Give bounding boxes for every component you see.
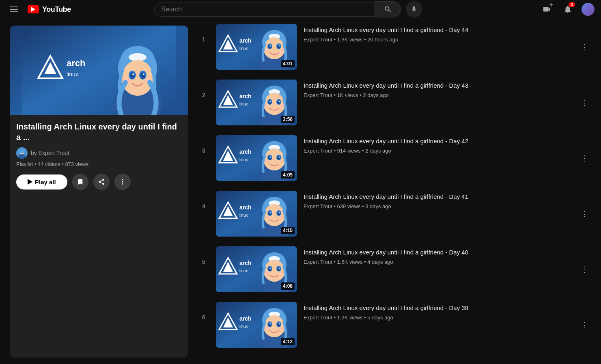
video-details: Installing Arch Linux every day until I … [304,191,591,209]
video-more-options-button[interactable]: ⋮ [577,151,591,165]
search-bar [154,1,422,17]
youtube-logo-text: YouTube [42,5,71,14]
playlist-thumbnail: arch linux [10,26,188,115]
svg-text:arch: arch [67,58,85,68]
svg-point-44 [268,45,271,49]
youtube-logo[interactable]: YouTube [28,5,71,14]
video-number: 1 [198,24,209,43]
video-title: Installing Arch Linux every day until I … [304,192,591,201]
playlist-info: Installing Arch Linux every day until I … [10,115,188,190]
svg-point-127 [279,268,280,269]
svg-point-121 [264,260,284,282]
video-meta: Expert Trout • 1.3K views • 20 hours ago [304,37,591,43]
svg-point-46 [270,45,271,47]
svg-point-49 [280,49,284,52]
svg-point-65 [277,100,280,104]
svg-point-124 [268,267,271,271]
video-more-options-button[interactable]: ⋮ [577,40,591,54]
video-list-item[interactable]: 5 arch linux [198,241,591,297]
svg-point-69 [280,105,284,107]
hamburger-menu-button[interactable] [6,2,21,17]
save-button[interactable] [72,174,88,190]
video-list-item[interactable]: 2 arch linux [198,75,591,130]
video-list-item[interactable]: 4 arch linux [198,186,591,241]
video-thumbnail: arch linux 4:01 [216,24,297,70]
video-more-options-button[interactable]: ⋮ [577,96,591,110]
video-details: Installing Arch Linux every day until I … [304,246,591,265]
video-details: Installing Arch Linux every day until I … [304,302,591,321]
svg-text:linux: linux [67,71,78,78]
svg-text:arch: arch [239,260,252,266]
share-button[interactable] [93,174,110,190]
svg-text:linux: linux [239,269,248,273]
svg-point-19 [132,73,134,75]
video-list-item[interactable]: 6 arch linux [198,297,591,353]
author-avatar[interactable] [16,147,28,159]
video-number: 3 [198,135,209,154]
video-more-options-button[interactable]: ⋮ [577,318,591,332]
video-number: 5 [198,246,209,265]
video-more-options-button[interactable]: ⋮ [577,207,591,221]
svg-point-68 [265,105,269,107]
svg-rect-2 [10,11,18,12]
playlist-panel: arch linux [10,26,188,358]
svg-point-27 [122,179,123,180]
video-number: 6 [198,302,209,321]
svg-text:arch: arch [239,37,252,44]
video-meta: Expert Trout • 1.6K views • 4 days ago [304,259,591,265]
video-details: Installing Arch Linux every day until I … [304,135,591,154]
svg-point-45 [277,45,280,49]
svg-point-145 [277,323,280,327]
svg-point-109 [280,216,284,218]
video-duration: 4:01 [281,60,295,67]
svg-point-105 [277,211,280,215]
notifications-button[interactable]: 3 [560,2,575,17]
play-all-label: Play all [35,179,56,185]
search-input[interactable] [155,2,375,16]
play-all-button[interactable]: Play all [16,174,67,190]
svg-point-67 [279,101,280,102]
svg-point-106 [270,212,271,213]
create-button[interactable] [539,2,554,17]
svg-point-28 [122,181,123,183]
header-right: 3 [539,2,595,17]
video-details: Installing Arch Linux every day until I … [304,80,591,98]
svg-point-101 [264,204,284,226]
video-thumbnail: arch linux 4:08 [216,246,297,292]
search-input-wrap [154,2,375,17]
svg-rect-0 [10,6,18,7]
video-duration: 4:12 [281,338,295,345]
svg-text:linux: linux [239,157,248,162]
video-thumbnail: arch linux 4:15 [216,191,297,237]
playlist-meta: Playlist • 44 videos • 873 views [16,161,182,167]
author-name: by Expert Trout [31,150,69,156]
svg-point-66 [270,101,271,102]
video-thumbnail: arch linux 4:12 [216,302,297,348]
svg-point-81 [264,149,284,170]
video-title: Installing Arch Linux every day until I … [304,137,591,145]
svg-point-108 [265,216,269,218]
svg-point-148 [265,327,269,330]
voice-search-button[interactable] [406,1,422,17]
video-list: 1 arch linux [188,19,601,364]
svg-point-17 [130,72,135,79]
more-options-button[interactable] [114,174,131,190]
user-avatar[interactable] [582,3,595,16]
video-title: Installing Arch Linux every day until I … [304,304,591,312]
video-more-options-button[interactable]: ⋮ [577,263,591,276]
video-duration: 3:56 [281,116,295,123]
search-button[interactable] [375,1,401,17]
svg-point-129 [280,271,284,274]
svg-point-47 [279,45,280,47]
video-number: 4 [198,191,209,209]
video-list-item[interactable]: 3 arch linux [198,130,591,186]
svg-text:arch: arch [239,315,252,322]
svg-text:linux: linux [239,324,248,329]
youtube-logo-icon [28,5,39,13]
video-duration: 4:08 [281,282,295,290]
video-duration: 4:15 [281,227,295,234]
video-list-item[interactable]: 1 arch linux [198,19,591,75]
video-title: Installing Arch Linux every day until I … [304,81,591,90]
svg-text:linux: linux [239,46,248,51]
svg-point-149 [280,327,284,330]
